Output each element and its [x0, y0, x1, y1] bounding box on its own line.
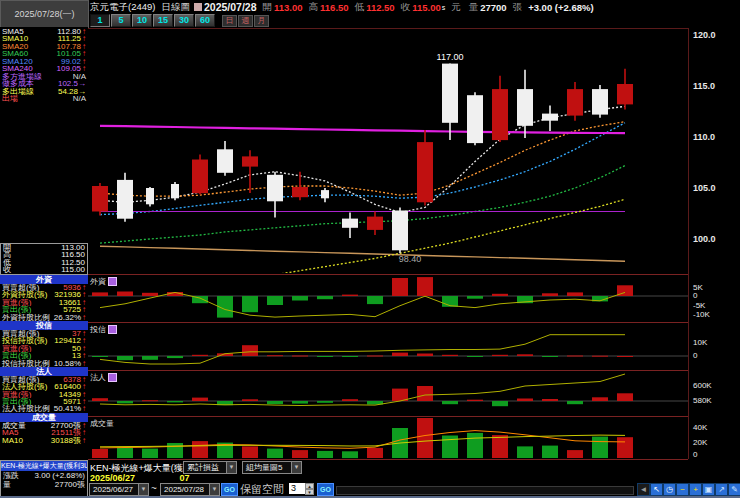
period-button-5[interactable]: 5 [111, 14, 131, 27]
section-row: 成交量27700張↑ [0, 422, 88, 429]
step-down-icon[interactable]: ▾ [305, 489, 314, 495]
axis-label: 0 [693, 351, 697, 360]
chevron-down-icon[interactable]: ▼ [226, 462, 236, 473]
high-price-annotation: 117.00 [437, 52, 464, 62]
period-button-30[interactable]: 30 [174, 14, 194, 27]
vol-val: 27700張 [55, 480, 85, 489]
panel-title: 外資 [90, 276, 117, 287]
avg-volume-dropdown[interactable]: 組均量圖5 ▼ [242, 461, 302, 474]
sma-list: SMA5112.80↑SMA10111.25↑SMA20107.78↑SMA60… [0, 28, 88, 72]
net-buy-sell-bar [242, 399, 258, 401]
axis-label: 100.0 [693, 234, 716, 244]
section-row: MA521511張↑ [0, 429, 88, 436]
signal-extra: 07 [180, 473, 190, 483]
period-button-日[interactable]: 日 [222, 15, 237, 27]
volume-bar [167, 443, 183, 458]
zoom-out-icon[interactable]: − [676, 483, 689, 496]
chevron-down-icon[interactable]: ▼ [209, 484, 219, 495]
cursor-icon[interactable]: ↖ [650, 483, 663, 496]
section-header-法人: 法人 [0, 367, 88, 376]
candle-body [146, 188, 154, 204]
section-row: 投信持股(張)129412↑ [0, 337, 88, 344]
candle-body [592, 89, 608, 115]
close-suffix: s [442, 4, 446, 11]
indicator-settings-icon[interactable] [108, 277, 117, 286]
candle-body [267, 175, 283, 202]
panel-institutional[interactable]: 法人 [88, 370, 688, 416]
volume-unit: 張 [513, 1, 523, 14]
open-label: 開 [263, 1, 273, 14]
indicator-settings-icon[interactable] [108, 373, 117, 382]
net-buy-sell-bar [92, 356, 108, 357]
panel-trust[interactable]: 投信 [88, 322, 688, 370]
net-buy-sell-bar [517, 399, 533, 402]
net-buy-sell-bar [442, 355, 458, 356]
section-row: 買賣超(張)5936↑ [0, 284, 88, 291]
period-button-10[interactable]: 10 [132, 14, 152, 27]
chevron-down-icon[interactable]: ▼ [291, 462, 301, 473]
date-from-value: 2025/06/27 [90, 484, 138, 495]
price-axis: 120.0115.0110.0105.0100.05K0-5K-10K10K06… [688, 28, 740, 459]
date-from-picker[interactable]: 2025/06/27 ▼ [89, 483, 149, 496]
ohlc-row: 低112.50 [1, 259, 87, 266]
reserve-space-stepper[interactable]: 3 ▴▾ [289, 483, 314, 494]
period-button-60[interactable]: 60 [195, 14, 215, 27]
zoom-in-icon[interactable]: + [689, 483, 702, 496]
net-buy-sell-bar [117, 356, 133, 360]
volume-bar [567, 450, 583, 458]
candle-body [192, 160, 208, 194]
net-buy-sell-bar [542, 399, 558, 401]
sma-row: SMA60101.05↑ [0, 50, 88, 57]
period-button-月[interactable]: 月 [254, 15, 269, 27]
pnl-dropdown-value: 累計損益 [184, 462, 226, 473]
section-row: 外資持股比例26.32%↑ [0, 314, 88, 321]
ohlc-row: 收115.00 [1, 266, 87, 273]
net-buy-sell-bar [392, 278, 408, 296]
horizontal-scrollbar[interactable] [336, 486, 634, 495]
change-val: 3.00 (+2.68%) [35, 471, 85, 480]
date-to-picker[interactable]: 2025/07/28 ▼ [160, 483, 220, 496]
axis-label: -5K [693, 301, 705, 310]
net-buy-sell-bar [342, 399, 358, 401]
net-buy-sell-bar [92, 292, 108, 296]
net-buy-sell-bar [167, 401, 183, 402]
candle-body [617, 84, 633, 104]
change-label: 漲跌 [3, 471, 19, 480]
volume-bar [517, 446, 533, 458]
volume-bar [317, 451, 333, 458]
collapse-handle-icon[interactable]: ◄ [637, 483, 650, 496]
ohlc-box: 開113.00高116.50低112.50收115.00 [0, 243, 88, 275]
period-button-週[interactable]: 週 [238, 15, 253, 27]
candle-body [292, 187, 308, 197]
strategy-tab[interactable]: KEN-極光線+爆大量(獲利3UP) [1, 461, 87, 471]
candlestick-chart[interactable]: 117.0098.40 [88, 28, 688, 273]
sma60-line [100, 166, 625, 244]
pnl-dropdown[interactable]: 累計損益 ▼ [183, 461, 237, 474]
panel-title: 投信 [90, 324, 117, 335]
institutional-sections: 外資買賣超(張)5936↑外資持股(張)321936↑買進(張)13661↑賣出… [0, 275, 88, 444]
fullscreen-icon[interactable]: ↗ [715, 483, 728, 496]
high-value: 116.50 [320, 2, 349, 13]
period-button-1[interactable]: 1 [90, 14, 110, 27]
period-button-15[interactable]: 15 [153, 14, 173, 27]
clock-icon[interactable]: ◷ [663, 483, 676, 496]
pan-icon[interactable]: ▣ [702, 483, 715, 496]
panel-volume[interactable]: 成交量 [88, 416, 688, 460]
net-buy-sell-bar [492, 401, 508, 406]
section-row: 賣出(張)5971↑ [0, 398, 88, 405]
chart-tool-icons: ◄↖◷−+▣↗✎Ω [637, 483, 740, 496]
axis-label: 0 [693, 450, 697, 459]
draw-icon[interactable]: ✎ [728, 483, 740, 496]
go-button[interactable]: GO [221, 483, 238, 496]
signal-list: 多方進場線N/A做多成本102.5→多出場線54.28→出場N/A [0, 73, 88, 103]
reserve-space-label: 保留空間 [240, 482, 284, 497]
section-header-投信: 投信 [0, 321, 88, 330]
ohlc-row: 高116.50 [1, 251, 87, 258]
panel-foreign[interactable]: 外資 [88, 274, 688, 322]
go-button-2[interactable]: GO [317, 483, 334, 496]
net-buy-sell-bar [142, 356, 158, 360]
chevron-down-icon[interactable]: ▼ [138, 484, 148, 495]
net-buy-sell-bar [192, 398, 208, 401]
indicator-settings-icon[interactable] [108, 325, 117, 334]
axis-label: 115.0 [693, 81, 715, 91]
